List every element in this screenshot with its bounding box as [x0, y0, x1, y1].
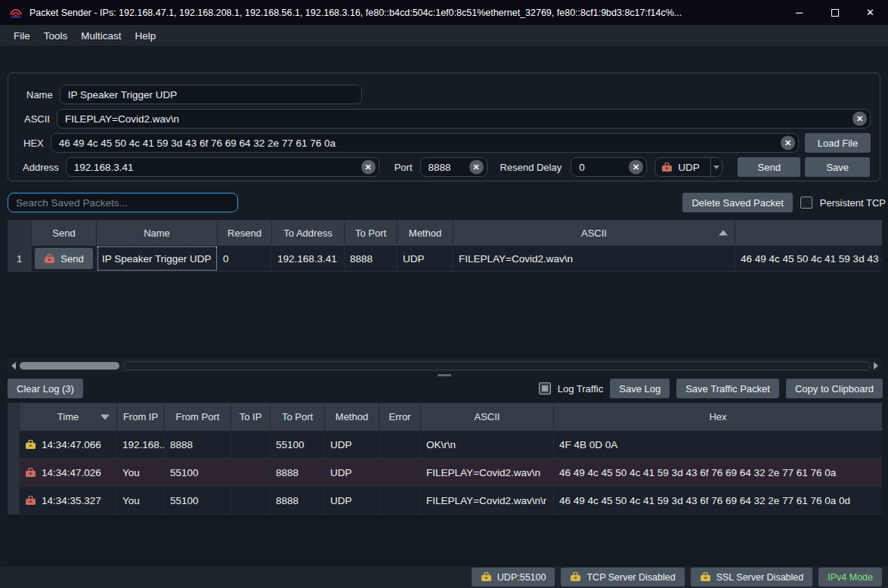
traffic-header-error[interactable]: Error: [379, 403, 421, 431]
clear-ascii-icon[interactable]: ✕: [852, 112, 867, 126]
status-bar: UDP:55100 TCP Server Disabled SSL Server…: [0, 565, 888, 588]
traffic-table-empty-area: [8, 515, 882, 564]
traffic-row-selected[interactable]: 14:34:47.026 You 55100 8888 UDP FILEPLAY…: [8, 459, 882, 487]
clear-port-icon[interactable]: ✕: [469, 160, 484, 175]
traffic-corner-header: [8, 403, 20, 431]
traffic-cell-time: 14:34:47.026: [20, 459, 117, 486]
scroll-left-icon[interactable]: [11, 362, 16, 370]
sort-descending-icon: [101, 414, 110, 419]
traffic-header-hex[interactable]: Hex: [554, 403, 882, 431]
saved-header-to-address[interactable]: To Address: [272, 220, 345, 246]
saved-cell-ascii[interactable]: FILEPLAY=Covid2.wav\n: [453, 246, 735, 271]
window-title: Packet Sender - IPs: 192.168.47.1, 192.1…: [29, 8, 682, 18]
saved-cell-to-port[interactable]: 8888: [345, 246, 398, 271]
row-number: 1: [8, 246, 32, 271]
send-button[interactable]: Send: [738, 157, 800, 177]
persistent-tcp-label: Persistent TCP: [820, 197, 886, 209]
traffic-row[interactable]: 14:34:35.327 You 55100 8888 UDP FILEPLAY…: [8, 487, 882, 515]
protocol-value: UDP: [678, 162, 700, 173]
ssl-server-button[interactable]: SSL Server Disabled: [691, 568, 813, 586]
persistent-tcp-checkbox[interactable]: [800, 197, 812, 209]
chevron-down-icon[interactable]: [710, 158, 722, 176]
menu-bar: File Tools Multicast Help: [0, 25, 888, 47]
save-traffic-packet-button[interactable]: Save Traffic Packet: [676, 379, 779, 398]
tcp-server-button[interactable]: TCP Server Disabled: [561, 568, 684, 586]
sort-ascending-icon: [719, 231, 728, 236]
traffic-header-method[interactable]: Method: [325, 403, 379, 431]
save-button[interactable]: Save: [805, 157, 870, 177]
saved-cell-to-address[interactable]: 192.168.3.41: [272, 246, 345, 271]
send-cell: Send: [32, 246, 97, 271]
ssl-server-icon: [700, 572, 711, 582]
resend-delay-label: Resend Delay: [500, 162, 562, 173]
traffic-header-to-port[interactable]: To Port: [271, 403, 325, 431]
traffic-header-from-port[interactable]: From Port: [165, 403, 231, 431]
packet-icon: [661, 162, 673, 172]
clear-log-button[interactable]: Clear Log (3): [8, 379, 83, 398]
udp-server-icon: [481, 572, 492, 582]
name-label: Name: [26, 89, 53, 101]
saved-header-send[interactable]: Send: [32, 220, 97, 246]
horizontal-scrollbar[interactable]: [8, 359, 882, 372]
saved-header-hex[interactable]: [735, 220, 882, 246]
saved-packet-row[interactable]: 1 Send IP Speaker Trigger UDP 0 192.168.…: [8, 246, 882, 272]
saved-header-method[interactable]: Method: [398, 220, 453, 246]
saved-cell-resend[interactable]: 0: [218, 246, 272, 271]
traffic-header-time[interactable]: Time: [20, 403, 117, 431]
search-input[interactable]: [8, 193, 238, 212]
minimize-icon[interactable]: ─: [781, 0, 817, 25]
packet-received-icon: [25, 440, 36, 450]
ipv4-mode-button[interactable]: IPv4 Mode: [818, 568, 882, 586]
traffic-cell-time: 14:34:47.066: [20, 431, 117, 458]
address-label: Address: [23, 162, 59, 173]
menu-multicast[interactable]: Multicast: [74, 25, 128, 46]
log-traffic-label: Log Traffic: [558, 383, 603, 395]
saved-header-resend[interactable]: Resend: [218, 220, 272, 246]
traffic-cell-time: 14:34:35.327: [20, 487, 117, 514]
clear-address-icon[interactable]: ✕: [361, 160, 376, 175]
load-file-button[interactable]: Load File: [805, 133, 871, 153]
saved-header-name[interactable]: Name: [97, 220, 218, 246]
app-icon: [8, 7, 23, 19]
traffic-header-ascii[interactable]: ASCII: [421, 403, 554, 431]
packet-sent-icon: [25, 468, 36, 478]
saved-cell-method[interactable]: UDP: [398, 246, 453, 271]
save-log-button[interactable]: Save Log: [610, 379, 670, 398]
packet-form-panel: Name ASCII ✕ HEX ✕ Load File Address ✕ P…: [8, 73, 880, 181]
clear-resend-icon[interactable]: ✕: [629, 160, 643, 175]
log-traffic-checkbox[interactable]: [539, 382, 551, 395]
hex-input[interactable]: [51, 133, 799, 153]
copy-to-clipboard-button[interactable]: Copy to Clipboard: [786, 379, 883, 398]
title-bar: Packet Sender - IPs: 192.168.47.1, 192.1…: [0, 0, 888, 25]
saved-header-ascii[interactable]: ASCII: [453, 220, 735, 246]
scrollbar-groove[interactable]: [123, 361, 870, 370]
delete-saved-packet-button[interactable]: Delete Saved Packet: [682, 193, 792, 212]
traffic-header-from-ip[interactable]: From IP: [117, 403, 165, 431]
menu-tools[interactable]: Tools: [37, 25, 75, 46]
menu-help[interactable]: Help: [128, 25, 163, 46]
saved-corner-header: [8, 220, 32, 246]
saved-table-empty-area: [8, 272, 882, 359]
saved-cell-hex[interactable]: 46 49 4c 45 50 4c 41 59 3d 43 6f 76 69 6…: [735, 246, 882, 271]
tcp-server-icon: [570, 572, 581, 582]
address-input[interactable]: [66, 157, 379, 177]
traffic-row[interactable]: 14:34:47.066 192.168.... 8888 55100 UDP …: [8, 431, 882, 459]
splitter-handle[interactable]: [0, 372, 888, 379]
saved-packets-table: Send Name Resend To Address To Port Meth…: [8, 220, 882, 372]
udp-server-button[interactable]: UDP:55100: [472, 568, 555, 586]
scrollbar-thumb[interactable]: [20, 362, 119, 370]
clear-hex-icon[interactable]: ✕: [781, 136, 795, 150]
saved-cell-name[interactable]: IP Speaker Trigger UDP: [97, 246, 218, 271]
saved-header-to-port[interactable]: To Port: [345, 220, 398, 246]
scroll-right-icon[interactable]: [874, 362, 878, 370]
traffic-header-to-ip[interactable]: To IP: [231, 403, 271, 431]
menu-file[interactable]: File: [7, 25, 37, 46]
row-send-button[interactable]: Send: [35, 248, 92, 269]
protocol-select[interactable]: UDP: [654, 157, 722, 177]
ascii-label: ASCII: [24, 113, 50, 125]
maximize-icon[interactable]: [817, 0, 852, 25]
port-label: Port: [394, 162, 413, 173]
close-icon[interactable]: ✕: [852, 0, 888, 25]
name-input[interactable]: [60, 85, 362, 104]
ascii-input[interactable]: [57, 109, 871, 128]
